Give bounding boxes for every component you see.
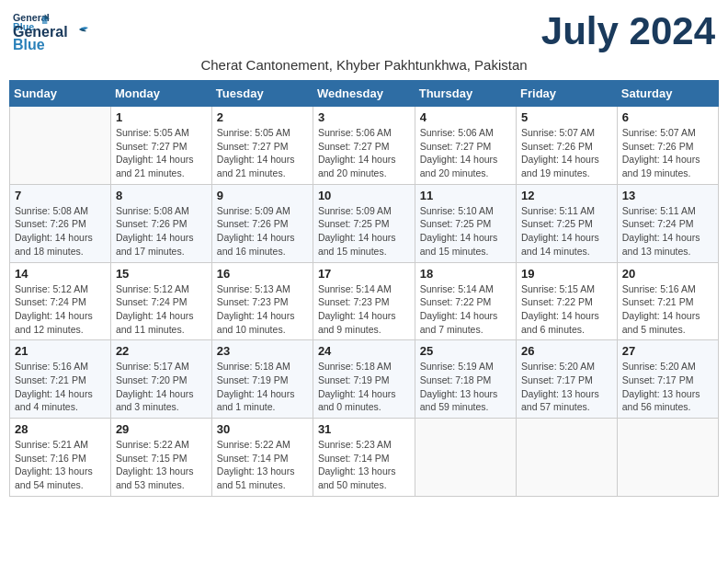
day-number: 25 [420, 344, 511, 358]
week-row-3: 21Sunrise: 5:16 AMSunset: 7:21 PMDayligh… [10, 340, 719, 419]
day-info: Sunrise: 5:20 AMSunset: 7:17 PMDaylight:… [622, 360, 713, 414]
month-title: July 2024 [541, 9, 715, 53]
day-info: Sunrise: 5:09 AMSunset: 7:26 PMDaylight:… [217, 204, 308, 259]
calendar-body: 1Sunrise: 5:05 AMSunset: 7:27 PMDaylight… [10, 107, 719, 497]
day-number: 3 [318, 110, 410, 124]
logo-bird-icon [70, 26, 90, 39]
calendar-cell: 20Sunrise: 5:16 AMSunset: 7:21 PMDayligh… [617, 262, 718, 340]
day-number: 12 [521, 189, 612, 202]
calendar-cell: 25Sunrise: 5:19 AMSunset: 7:18 PMDayligh… [415, 340, 516, 419]
day-number: 8 [116, 189, 207, 202]
day-info: Sunrise: 5:05 AMSunset: 7:27 PMDaylight:… [116, 126, 207, 180]
calendar-cell: 9Sunrise: 5:09 AMSunset: 7:26 PMDaylight… [211, 184, 313, 262]
day-number: 24 [318, 344, 410, 358]
weekday-header-sunday: Sunday [10, 81, 111, 107]
logo-blue: Blue [13, 37, 45, 53]
day-number: 14 [15, 267, 106, 281]
calendar-subtitle: Cherat Cantonement, Khyber Pakhtunkhwa, … [9, 57, 719, 73]
calendar-cell: 2Sunrise: 5:05 AMSunset: 7:27 PMDaylight… [211, 107, 313, 185]
day-info: Sunrise: 5:06 AMSunset: 7:27 PMDaylight:… [318, 126, 410, 180]
day-info: Sunrise: 5:10 AMSunset: 7:25 PMDaylight:… [420, 204, 511, 259]
calendar-cell: 26Sunrise: 5:20 AMSunset: 7:17 PMDayligh… [517, 340, 618, 419]
day-info: Sunrise: 5:09 AMSunset: 7:25 PMDaylight:… [318, 204, 410, 259]
calendar-cell [415, 419, 516, 497]
calendar-cell [617, 419, 718, 497]
calendar-cell: 22Sunrise: 5:17 AMSunset: 7:20 PMDayligh… [110, 340, 211, 419]
calendar-cell: 27Sunrise: 5:20 AMSunset: 7:17 PMDayligh… [617, 340, 718, 419]
day-info: Sunrise: 5:06 AMSunset: 7:27 PMDaylight:… [420, 126, 511, 180]
week-row-0: 1Sunrise: 5:05 AMSunset: 7:27 PMDaylight… [10, 107, 719, 185]
day-number: 16 [217, 267, 308, 281]
day-number: 1 [116, 110, 207, 124]
calendar-cell: 7Sunrise: 5:08 AMSunset: 7:26 PMDaylight… [10, 184, 111, 262]
day-number: 11 [420, 189, 511, 202]
day-number: 10 [318, 189, 410, 202]
header: General Blue General Blue July 2024 [9, 9, 719, 53]
calendar-cell: 14Sunrise: 5:12 AMSunset: 7:24 PMDayligh… [10, 262, 111, 340]
calendar-cell: 1Sunrise: 5:05 AMSunset: 7:27 PMDaylight… [110, 107, 211, 185]
week-row-1: 7Sunrise: 5:08 AMSunset: 7:26 PMDaylight… [10, 184, 719, 262]
day-info: Sunrise: 5:18 AMSunset: 7:19 PMDaylight:… [217, 360, 308, 414]
day-info: Sunrise: 5:07 AMSunset: 7:26 PMDaylight:… [622, 126, 713, 180]
calendar-cell: 17Sunrise: 5:14 AMSunset: 7:23 PMDayligh… [313, 262, 415, 340]
calendar-cell: 29Sunrise: 5:22 AMSunset: 7:15 PMDayligh… [110, 419, 211, 497]
day-info: Sunrise: 5:15 AMSunset: 7:22 PMDaylight:… [521, 282, 612, 337]
day-number: 31 [318, 422, 410, 436]
day-info: Sunrise: 5:21 AMSunset: 7:16 PMDaylight:… [15, 438, 106, 492]
calendar-cell: 5Sunrise: 5:07 AMSunset: 7:26 PMDaylight… [517, 107, 618, 185]
day-number: 4 [420, 110, 511, 124]
day-number: 30 [217, 422, 308, 436]
calendar-cell: 31Sunrise: 5:23 AMSunset: 7:14 PMDayligh… [313, 419, 415, 497]
day-number: 13 [622, 189, 713, 202]
calendar-cell: 4Sunrise: 5:06 AMSunset: 7:27 PMDaylight… [415, 107, 516, 185]
day-number: 23 [217, 344, 308, 358]
calendar-cell: 13Sunrise: 5:11 AMSunset: 7:24 PMDayligh… [617, 184, 718, 262]
day-info: Sunrise: 5:23 AMSunset: 7:14 PMDaylight:… [318, 438, 410, 492]
calendar-cell: 23Sunrise: 5:18 AMSunset: 7:19 PMDayligh… [211, 340, 313, 419]
calendar-cell: 28Sunrise: 5:21 AMSunset: 7:16 PMDayligh… [10, 419, 111, 497]
day-info: Sunrise: 5:05 AMSunset: 7:27 PMDaylight:… [217, 126, 308, 180]
calendar-cell: 10Sunrise: 5:09 AMSunset: 7:25 PMDayligh… [313, 184, 415, 262]
day-number: 27 [622, 344, 713, 358]
day-info: Sunrise: 5:17 AMSunset: 7:20 PMDaylight:… [116, 360, 207, 414]
day-number: 15 [116, 267, 207, 281]
day-number: 18 [420, 267, 511, 281]
calendar-cell: 19Sunrise: 5:15 AMSunset: 7:22 PMDayligh… [517, 262, 618, 340]
weekday-header-monday: Monday [110, 81, 211, 107]
day-info: Sunrise: 5:22 AMSunset: 7:15 PMDaylight:… [116, 438, 207, 492]
calendar-cell: 24Sunrise: 5:18 AMSunset: 7:19 PMDayligh… [313, 340, 415, 419]
day-info: Sunrise: 5:20 AMSunset: 7:17 PMDaylight:… [521, 360, 612, 414]
day-number: 7 [15, 189, 106, 202]
day-number: 29 [116, 422, 207, 436]
weekday-header-friday: Friday [517, 81, 618, 107]
weekday-header-thursday: Thursday [415, 81, 516, 107]
day-info: Sunrise: 5:08 AMSunset: 7:26 PMDaylight:… [116, 204, 207, 259]
calendar-cell: 18Sunrise: 5:14 AMSunset: 7:22 PMDayligh… [415, 262, 516, 340]
day-number: 2 [217, 110, 308, 124]
week-row-2: 14Sunrise: 5:12 AMSunset: 7:24 PMDayligh… [10, 262, 719, 340]
weekday-header-row: SundayMondayTuesdayWednesdayThursdayFrid… [10, 81, 719, 107]
day-number: 5 [521, 110, 612, 124]
day-number: 6 [622, 110, 713, 124]
calendar-header: SundayMondayTuesdayWednesdayThursdayFrid… [10, 81, 719, 107]
day-number: 19 [521, 267, 612, 281]
day-number: 17 [318, 267, 410, 281]
day-info: Sunrise: 5:22 AMSunset: 7:14 PMDaylight:… [217, 438, 308, 492]
day-number: 22 [116, 344, 207, 358]
day-info: Sunrise: 5:12 AMSunset: 7:24 PMDaylight:… [15, 282, 106, 337]
week-row-4: 28Sunrise: 5:21 AMSunset: 7:16 PMDayligh… [10, 419, 719, 497]
day-info: Sunrise: 5:16 AMSunset: 7:21 PMDaylight:… [622, 282, 713, 337]
weekday-header-wednesday: Wednesday [313, 81, 415, 107]
day-info: Sunrise: 5:16 AMSunset: 7:21 PMDaylight:… [15, 360, 106, 414]
day-number: 20 [622, 267, 713, 281]
weekday-header-tuesday: Tuesday [211, 81, 313, 107]
logo: General Blue General Blue [13, 9, 92, 53]
day-number: 9 [217, 189, 308, 202]
calendar-cell: 12Sunrise: 5:11 AMSunset: 7:25 PMDayligh… [517, 184, 618, 262]
calendar-cell [517, 419, 618, 497]
day-info: Sunrise: 5:13 AMSunset: 7:23 PMDaylight:… [217, 282, 308, 337]
calendar-table: SundayMondayTuesdayWednesdayThursdayFrid… [9, 80, 719, 497]
day-info: Sunrise: 5:11 AMSunset: 7:25 PMDaylight:… [521, 204, 612, 259]
calendar-cell: 6Sunrise: 5:07 AMSunset: 7:26 PMDaylight… [617, 107, 718, 185]
calendar-cell: 3Sunrise: 5:06 AMSunset: 7:27 PMDaylight… [313, 107, 415, 185]
